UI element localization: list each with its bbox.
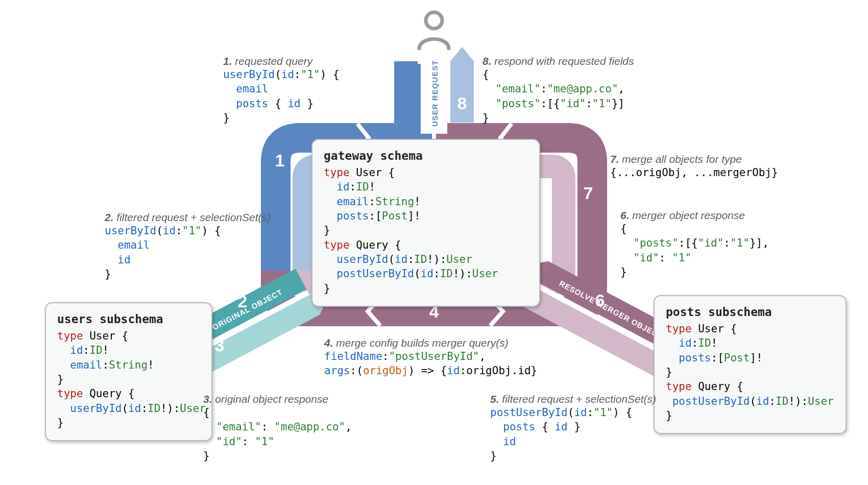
user-request-channel: USER REQUEST [394, 46, 474, 138]
step-1-code: userById(id:"1") { email posts { id } } [223, 67, 340, 125]
step-3-code: { "email": "me@app.co", "id": "1" } [203, 405, 352, 463]
arrow-number-8: 8 [457, 93, 467, 113]
step-6-code: { "posts":[{"id":"1"}], "id": "1" } [620, 222, 769, 279]
gateway-schema-title: gateway schema [324, 149, 528, 162]
svg-rect-6 [394, 61, 418, 123]
step-8-code: { "email":"me@app.co", "posts":[{"id":"1… [483, 67, 634, 125]
posts-subschema-title: posts subschema [666, 305, 834, 319]
svg-point-21 [426, 12, 442, 29]
label-user-request: USER REQUEST [430, 60, 439, 127]
gateway-schema-box: gateway schema type User { id:ID! email:… [311, 139, 540, 307]
svg-rect-8 [450, 61, 474, 123]
step-3: 3. original object response { "email": "… [203, 393, 352, 463]
step-2: 2. filtered request + selectionSet(s) us… [105, 211, 271, 281]
step-4: 4. merge config builds merger query(s) f… [324, 337, 537, 378]
user-icon [416, 9, 452, 50]
step-1: 1. requested query userById(id:"1") { em… [223, 55, 340, 125]
arrow-number-6: 6 [595, 290, 605, 310]
arrow-number-5: 5 [572, 335, 582, 355]
step-7: 7. merge all objects for type {...origOb… [610, 153, 778, 180]
step-4-code: fieldName:"postUserById", args:(origObj)… [324, 349, 537, 378]
arrow-number-7: 7 [584, 183, 593, 203]
arrow-number-3: 3 [215, 335, 225, 355]
users-subschema-box: users subschema type User { id:ID! email… [45, 302, 212, 441]
gateway-schema-code: type User { id:ID! email:String! posts:[… [324, 165, 528, 296]
arrow-number-1: 1 [275, 151, 285, 170]
users-subschema-code: type User { id:ID! email:String! } type … [57, 329, 200, 430]
arrow-number-2: 2 [238, 292, 248, 311]
step-7-code: {...origObj, ...mergerObj} [610, 165, 778, 180]
step-5: 5. filtered request + selectionSet(s) po… [490, 393, 656, 463]
step-2-code: userById(id:"1") { email id } [105, 224, 271, 281]
posts-subschema-box: posts subschema type User { id:ID! posts… [654, 295, 847, 434]
posts-subschema-code: type User { id:ID! posts:[Post]! } type … [666, 322, 834, 423]
users-subschema-title: users subschema [57, 312, 200, 326]
step-6: 6. merger object response { "posts":[{"i… [620, 209, 769, 279]
step-8: 8. respond with requested fields { "emai… [483, 55, 634, 125]
step-5-code: postUserById(id:"1") { posts { id } id } [490, 405, 656, 463]
